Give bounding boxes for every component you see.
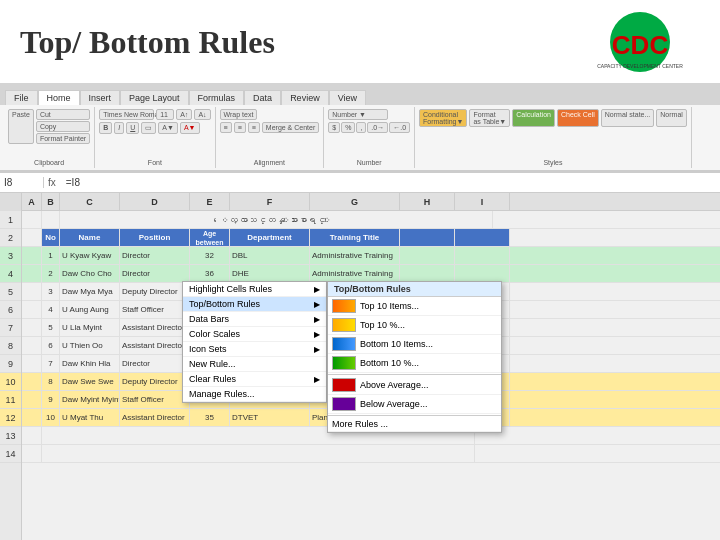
font-color-button[interactable]: A▼ xyxy=(180,122,200,134)
cell-dept[interactable]: DHE xyxy=(230,265,310,282)
cell-name[interactable]: U Lla Myint xyxy=(60,319,120,336)
cell-name[interactable]: Daw Swe Swe xyxy=(60,373,120,390)
cell-b1[interactable] xyxy=(42,211,60,228)
cf-top-bottom[interactable]: Top/Bottom Rules ▶ xyxy=(183,297,326,312)
cf-color-scales[interactable]: Color Scales ▶ xyxy=(183,327,326,342)
cell-name[interactable]: U Thien Oo xyxy=(60,337,120,354)
cf-manage-rules[interactable]: Manage Rules... xyxy=(183,387,326,402)
cell-no[interactable]: 10 xyxy=(42,409,60,426)
cell-name[interactable]: Daw Cho Cho xyxy=(60,265,120,282)
underline-button[interactable]: U xyxy=(126,122,139,134)
bold-button[interactable]: B xyxy=(99,122,112,134)
cell-age[interactable]: 32 xyxy=(190,247,230,264)
cell-no[interactable]: 4 xyxy=(42,301,60,318)
cell-a[interactable] xyxy=(22,445,42,462)
copy-button[interactable]: Copy xyxy=(36,121,90,132)
cf-new-rule[interactable]: New Rule... xyxy=(183,357,326,372)
dec-increase[interactable]: .0→ xyxy=(367,122,388,133)
tab-home[interactable]: Home xyxy=(38,90,80,105)
tab-page-layout[interactable]: Page Layout xyxy=(120,90,189,105)
cell-dept[interactable]: DTVET xyxy=(230,409,310,426)
number-format[interactable]: Number ▼ xyxy=(328,109,388,120)
below-average[interactable]: Below Average... xyxy=(328,395,501,414)
grow-font[interactable]: A↑ xyxy=(176,109,192,120)
cell-a[interactable] xyxy=(22,391,42,408)
cell-date2[interactable] xyxy=(455,265,510,282)
col-f[interactable]: F xyxy=(230,193,310,210)
col-b[interactable]: B xyxy=(42,193,60,210)
cell-name[interactable]: Daw Khin Hla xyxy=(60,355,120,372)
cell-a[interactable] xyxy=(22,283,42,300)
cell-no[interactable]: 6 xyxy=(42,337,60,354)
comma-btn[interactable]: , xyxy=(356,122,366,133)
fill-color-button[interactable]: A▼ xyxy=(158,122,178,134)
cell-empty[interactable] xyxy=(42,445,475,462)
cf-icon-sets[interactable]: Icon Sets ▶ xyxy=(183,342,326,357)
cell-no[interactable]: 8 xyxy=(42,373,60,390)
cell-a[interactable] xyxy=(22,427,42,444)
cell-no[interactable]: 9 xyxy=(42,391,60,408)
cell-name[interactable]: U Kyaw Kyaw xyxy=(60,247,120,264)
cell-date1[interactable] xyxy=(400,247,455,264)
tab-review[interactable]: Review xyxy=(281,90,329,105)
cell-reference[interactable]: I8 xyxy=(4,177,44,188)
wrap-text-button[interactable]: Wrap text xyxy=(220,109,258,120)
bottom-10-percent[interactable]: Bottom 10 %... xyxy=(328,354,501,373)
more-rules[interactable]: More Rules ... xyxy=(328,417,501,432)
cell-position[interactable]: Deputy Director xyxy=(120,283,190,300)
cell-a[interactable] xyxy=(22,373,42,390)
col-a[interactable]: A xyxy=(22,193,42,210)
cell-position[interactable]: Assistant Director xyxy=(120,319,190,336)
cell-name[interactable]: U Myat Thu xyxy=(60,409,120,426)
col-c[interactable]: C xyxy=(60,193,120,210)
tab-data[interactable]: Data xyxy=(244,90,281,105)
cell-a[interactable] xyxy=(22,355,42,372)
formula-input[interactable]: =I8 xyxy=(60,177,716,188)
col-d[interactable]: D xyxy=(120,193,190,210)
dec-decrease[interactable]: ←.0 xyxy=(389,122,410,133)
merge-center[interactable]: Merge & Center xyxy=(262,122,319,133)
cell-a[interactable] xyxy=(22,337,42,354)
cell-no[interactable]: 1 xyxy=(42,247,60,264)
cell-training[interactable]: Administrative Training xyxy=(310,265,400,282)
bottom-10-items[interactable]: Bottom 10 Items... xyxy=(328,335,501,354)
cell-position[interactable]: Assistant Director xyxy=(120,337,190,354)
cell-dept[interactable]: DBL xyxy=(230,247,310,264)
cell-a[interactable] xyxy=(22,301,42,318)
calculation-button[interactable]: Calculation xyxy=(512,109,555,127)
cell-age[interactable]: 35 xyxy=(190,409,230,426)
cell-training[interactable]: Administrative Training xyxy=(310,247,400,264)
cell-no[interactable]: 2 xyxy=(42,265,60,282)
top-10-percent[interactable]: Top 10 %... xyxy=(328,316,501,335)
col-g[interactable]: G xyxy=(310,193,400,210)
tab-insert[interactable]: Insert xyxy=(80,90,121,105)
tab-file[interactable]: File xyxy=(5,90,38,105)
cell-merged-title[interactable]: ေလ့လာသင္တန္းသားစာရင္း xyxy=(60,211,493,228)
col-e[interactable]: E xyxy=(190,193,230,210)
cell-position[interactable]: Deputy Director xyxy=(120,373,190,390)
font-size[interactable]: 11 xyxy=(156,109,174,120)
cell-no[interactable]: 3 xyxy=(42,283,60,300)
cell-no[interactable]: 7 xyxy=(42,355,60,372)
cell-name[interactable]: Daw Myint Myint xyxy=(60,391,120,408)
cell-a[interactable] xyxy=(22,319,42,336)
cell-position[interactable]: Director xyxy=(120,265,190,282)
cf-clear-rules[interactable]: Clear Rules ▶ xyxy=(183,372,326,387)
above-average[interactable]: Above Average... xyxy=(328,376,501,395)
cell-a[interactable] xyxy=(22,265,42,282)
format-as-table-button[interactable]: Formatas Table▼ xyxy=(469,109,510,127)
cut-button[interactable]: Cut xyxy=(36,109,90,120)
paste-button[interactable]: Paste xyxy=(8,109,34,144)
tab-formulas[interactable]: Formulas xyxy=(189,90,245,105)
conditional-format-button[interactable]: ConditionalFormatting▼ xyxy=(419,109,467,127)
cell-date2[interactable] xyxy=(455,247,510,264)
currency-btn[interactable]: $ xyxy=(328,122,340,133)
cell-no[interactable]: 5 xyxy=(42,319,60,336)
format-painter-button[interactable]: Format Painter xyxy=(36,133,90,144)
cell-a[interactable] xyxy=(22,409,42,426)
italic-button[interactable]: I xyxy=(114,122,124,134)
cell-date1[interactable] xyxy=(400,265,455,282)
col-i[interactable]: I xyxy=(455,193,510,210)
font-name[interactable]: Times New Roman xyxy=(99,109,154,120)
cell-name[interactable]: U Aung Aung xyxy=(60,301,120,318)
